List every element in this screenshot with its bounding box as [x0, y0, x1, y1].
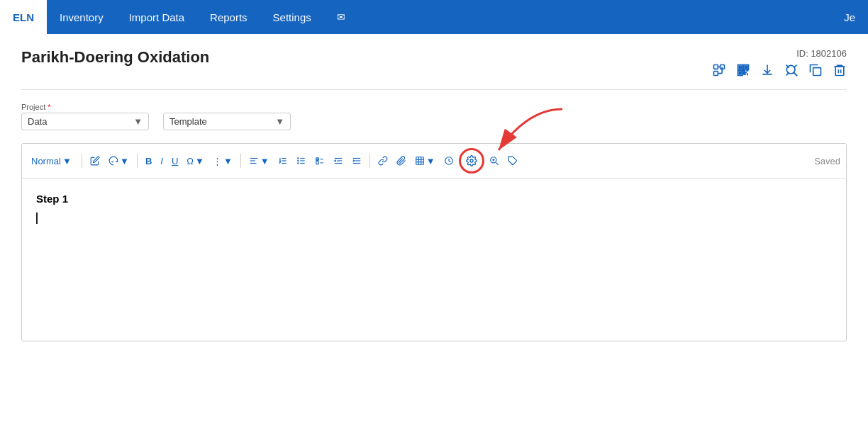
main-content: Parikh-Doering Oxidation ID: 1802106 [0, 34, 868, 356]
title-actions: ID: 1802106 [712, 48, 847, 81]
italic-icon: I [160, 156, 163, 166]
underline-icon: U [172, 156, 178, 166]
editor-step-text: Step 1 [36, 193, 832, 205]
more-icon: ⋮ [213, 156, 222, 166]
style-dropdown[interactable]: Normal ▼ [28, 154, 77, 169]
clock-btn[interactable] [440, 154, 457, 168]
nav-item-settings[interactable]: Settings [260, 0, 324, 34]
saved-status: Saved [814, 156, 840, 166]
omega-btn[interactable]: Ω ▼ [183, 154, 208, 169]
nav-item-eln[interactable]: ELN [0, 0, 47, 34]
download-icon[interactable] [760, 63, 774, 81]
title-row: Parikh-Doering Oxidation ID: 1802106 [21, 48, 847, 90]
more-chevron-icon: ▼ [223, 156, 233, 166]
bold-icon: B [145, 156, 152, 166]
more-btn[interactable]: ⋮ ▼ [209, 154, 236, 169]
svg-rect-11 [813, 68, 821, 76]
divider-3 [240, 154, 241, 168]
navbar: ELN Inventory Import Data Reports Settin… [0, 0, 868, 34]
project-required-marker: * [45, 103, 50, 111]
gear-btn[interactable] [466, 155, 477, 166]
gear-annotation-wrapper [459, 148, 484, 174]
project-label: Project * [21, 103, 149, 111]
project-template-row: Project * Data ▼ Template ▼ [21, 103, 847, 130]
italic-btn[interactable]: I [157, 154, 167, 169]
link-btn[interactable] [374, 154, 391, 168]
svg-rect-12 [835, 67, 844, 76]
template-field-group: Template ▼ [163, 103, 291, 130]
svg-rect-0 [714, 65, 718, 69]
svg-point-26 [297, 158, 298, 159]
nav-mail-icon[interactable]: ✉ [324, 11, 358, 23]
project-value: Data [28, 116, 47, 127]
tag-btn[interactable] [504, 154, 521, 168]
project-chevron-icon: ▼ [133, 116, 143, 127]
divider-4 [369, 154, 370, 168]
align-chevron-icon: ▼ [260, 156, 269, 166]
omega-icon: Ω [187, 156, 194, 166]
project-select[interactable]: Data ▼ [21, 113, 149, 130]
align-btn[interactable]: ▼ [245, 154, 273, 169]
svg-rect-31 [316, 162, 318, 164]
action-icons [712, 63, 847, 81]
svg-rect-6 [745, 66, 747, 68]
paint-btn[interactable]: ▼ [105, 154, 133, 169]
share-icon[interactable] [712, 63, 726, 81]
svg-line-48 [496, 162, 499, 165]
bold-btn[interactable]: B [142, 154, 155, 169]
nav-item-reports[interactable]: Reports [197, 0, 260, 34]
mail-icon: ✉ [337, 11, 345, 23]
doc-id: ID: 1802106 [796, 48, 847, 59]
editor-body[interactable]: Step 1 [22, 178, 846, 334]
divider-1 [82, 154, 82, 168]
template-select[interactable]: Template ▼ [163, 113, 291, 130]
editor-cursor-line [36, 212, 832, 224]
style-label: Normal [31, 156, 61, 166]
nav-item-import-data[interactable]: Import Data [116, 0, 197, 34]
fullscreen-search-icon[interactable] [784, 63, 799, 81]
color-chevron-icon: ▼ [120, 156, 129, 166]
attachment-btn[interactable] [393, 154, 410, 168]
svg-point-28 [297, 163, 298, 164]
svg-rect-1 [714, 72, 718, 76]
svg-rect-4 [739, 66, 741, 68]
pencil-btn[interactable] [87, 154, 104, 168]
editor-cursor [36, 212, 38, 224]
project-field-group: Project * Data ▼ [21, 103, 149, 130]
nav-item-inventory[interactable]: Inventory [47, 0, 116, 34]
ordered-list-btn[interactable] [274, 154, 291, 168]
copy-icon[interactable] [808, 63, 823, 81]
gear-highlight-circle [459, 148, 484, 174]
style-chevron-icon: ▼ [62, 156, 72, 166]
delete-icon[interactable] [833, 63, 847, 81]
divider-2 [137, 154, 138, 168]
template-label [163, 103, 291, 111]
table-btn[interactable]: ▼ [411, 154, 439, 169]
svg-point-27 [297, 160, 298, 161]
underline-btn[interactable]: U [168, 154, 182, 169]
template-chevron-icon: ▼ [275, 116, 284, 127]
svg-point-45 [470, 159, 473, 162]
svg-rect-39 [416, 157, 423, 165]
checklist-btn[interactable] [311, 154, 328, 168]
magnify-btn[interactable] [486, 154, 503, 168]
indent-left-btn[interactable] [330, 154, 347, 168]
doc-title: Parikh-Doering Oxidation [21, 48, 209, 67]
qr-icon[interactable] [736, 63, 750, 81]
table-chevron-icon: ▼ [426, 156, 435, 166]
nav-user[interactable]: Je [831, 11, 868, 23]
editor-container: Normal ▼ ▼ B I U [21, 143, 847, 341]
unordered-list-btn[interactable] [293, 154, 310, 168]
omega-chevron-icon: ▼ [195, 156, 204, 166]
template-value: Template [169, 116, 207, 127]
editor-toolbar: Normal ▼ ▼ B I U [22, 144, 846, 178]
indent-right-btn[interactable] [348, 154, 365, 168]
svg-rect-8 [739, 72, 741, 74]
